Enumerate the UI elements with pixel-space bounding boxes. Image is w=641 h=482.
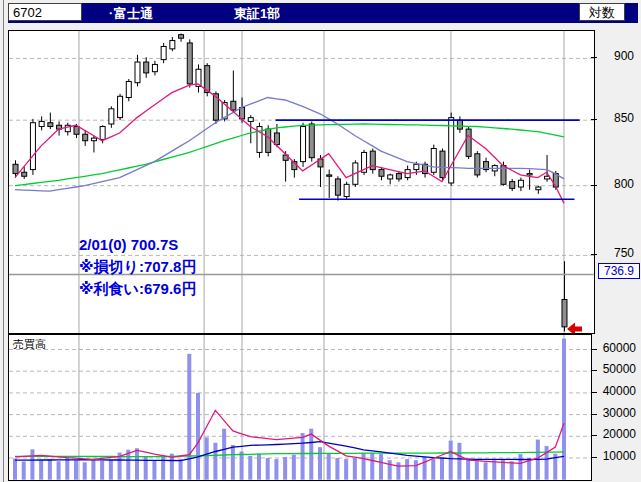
window-left-edge bbox=[3, 0, 4, 482]
take-profit-annotation: ※利食い:679.6円 bbox=[79, 280, 196, 297]
axis-tick bbox=[591, 119, 597, 120]
axis-tick-label: 750 bbox=[598, 246, 634, 260]
axis-tick bbox=[591, 254, 597, 255]
volume-pane-title: 売買高 bbox=[13, 337, 46, 352]
stop-loss-annotation: ※損切り:707.8円 bbox=[79, 258, 196, 276]
axis-tick-label: 30000 bbox=[592, 406, 636, 420]
trade-signal-annotation: 2/01(0) 700.7S bbox=[79, 236, 178, 253]
axis-tick-label: 20000 bbox=[592, 427, 636, 441]
last-price-badge: 736.9 bbox=[598, 263, 640, 279]
axis-tick-label: 900 bbox=[598, 49, 634, 63]
volume-chart-pane[interactable]: 売買高 bbox=[8, 334, 592, 481]
axis-tick bbox=[591, 370, 597, 371]
log-scale-toggle[interactable]: 対数 bbox=[579, 3, 625, 21]
ma-long-line bbox=[15, 124, 564, 186]
sell-signal-arrow-icon bbox=[567, 322, 582, 333]
market-label: 東証1部 bbox=[234, 5, 280, 23]
axis-tick-label: 50000 bbox=[592, 362, 636, 376]
axis-tick-label: 40000 bbox=[592, 384, 636, 398]
volume-chart-canvas[interactable] bbox=[9, 335, 591, 480]
axis-tick-label: 800 bbox=[598, 177, 634, 191]
stock-name-label: 富士通 bbox=[114, 5, 153, 23]
axis-tick bbox=[591, 185, 597, 186]
stock-chart-window: 6702 ・ 富士通 東証1部 対数 2/01(0) 700.7S ※損切り:7… bbox=[0, 0, 641, 482]
price-chart-canvas[interactable]: 2/01(0) 700.7S ※損切り:707.8円 ※利食い:679.6円 bbox=[9, 31, 594, 333]
price-chart-pane[interactable]: 2/01(0) 700.7S ※損切り:707.8円 ※利食い:679.6円 bbox=[8, 30, 595, 334]
axis-tick bbox=[591, 349, 597, 350]
axis-tick-label: 850 bbox=[598, 111, 634, 125]
axis-tick bbox=[591, 435, 597, 436]
ma-mid-line bbox=[15, 98, 564, 192]
axis-tick bbox=[591, 392, 597, 393]
axis-tick-label: 60000 bbox=[592, 341, 636, 355]
axis-tick bbox=[591, 457, 597, 458]
axis-tick bbox=[591, 57, 597, 58]
title-bar: 6702 ・ 富士通 東証1部 対数 bbox=[8, 3, 638, 23]
stock-code-field[interactable]: 6702 bbox=[8, 3, 82, 21]
axis-tick-label: 10000 bbox=[592, 449, 636, 463]
vol-ma-long-line bbox=[15, 452, 564, 457]
axis-tick bbox=[591, 414, 597, 415]
